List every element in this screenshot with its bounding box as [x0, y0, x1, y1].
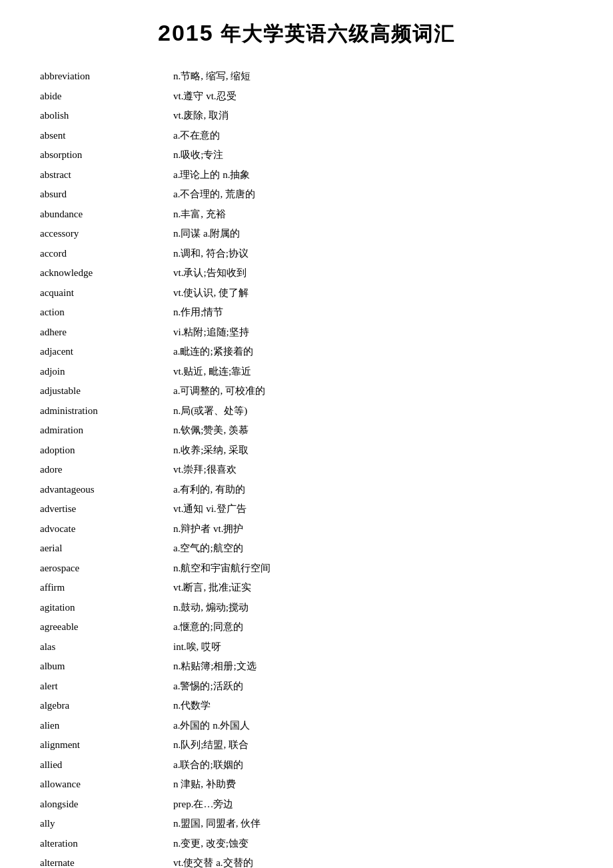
word-row: administrationn.局(或署、处等)	[40, 401, 573, 421]
word-chinese: n.变更, 改变;蚀变	[173, 835, 573, 853]
word-chinese: vi.粘附;追随;坚持	[173, 324, 573, 341]
word-row: agreeablea.惬意的;同意的	[40, 617, 573, 637]
word-english: alignment	[40, 737, 173, 754]
word-chinese: n.调和, 符合;协议	[173, 245, 573, 263]
word-row: allowancen 津贴, 补助费	[40, 775, 573, 795]
word-row: accessoryn.同谋 a.附属的	[40, 224, 573, 244]
word-row: adjacenta.毗连的;紧接着的	[40, 342, 573, 362]
word-row: absorptionn.吸收;专注	[40, 145, 573, 165]
word-english: acquaint	[40, 285, 173, 302]
word-chinese: a.不合理的, 荒唐的	[173, 186, 573, 203]
word-chinese: vt.贴近, 毗连;靠近	[173, 363, 573, 381]
word-row: adjoinvt.贴近, 毗连;靠近	[40, 362, 573, 382]
word-chinese: n.节略, 缩写, 缩短	[173, 68, 573, 85]
word-row: alternatevt.使交替 a.交替的	[40, 853, 573, 868]
word-chinese: int.唉, 哎呀	[173, 639, 573, 656]
word-chinese: a.有利的, 有助的	[173, 481, 573, 499]
word-chinese: n.丰富, 充裕	[173, 206, 573, 223]
word-row: acknowledgevt.承认;告知收到	[40, 263, 573, 283]
word-english: aerospace	[40, 560, 173, 577]
word-english: abstract	[40, 167, 173, 184]
word-english: alongside	[40, 796, 173, 813]
word-chinese: vt.通知 vi.登广告	[173, 501, 573, 518]
word-chinese: vt.使认识, 使了解	[173, 285, 573, 302]
word-row: alterationn.变更, 改变;蚀变	[40, 834, 573, 854]
word-english: abbreviation	[40, 68, 173, 85]
word-row: affirmvt.断言, 批准;证实	[40, 578, 573, 598]
word-english: adjustable	[40, 383, 173, 400]
word-chinese: n.盟国, 同盟者, 伙伴	[173, 815, 573, 833]
word-row: admirationn.钦佩;赞美, 羡慕	[40, 421, 573, 441]
word-chinese: vt.承认;告知收到	[173, 265, 573, 282]
title-text: 年大学英语六级高频词汇	[214, 23, 455, 45]
word-english: ally	[40, 815, 173, 833]
word-english: advantageous	[40, 481, 173, 499]
title-year: 2015	[158, 20, 214, 45]
word-chinese: n.辩护者 vt.拥护	[173, 521, 573, 538]
word-english: alien	[40, 717, 173, 735]
word-row: abundancen.丰富, 充裕	[40, 205, 573, 225]
word-row: alasint.唉, 哎呀	[40, 637, 573, 657]
word-english: adoption	[40, 442, 173, 459]
word-english: adjacent	[40, 343, 173, 361]
word-row: aeriala.空气的;航空的	[40, 539, 573, 559]
word-english: advertise	[40, 501, 173, 518]
word-english: album	[40, 658, 173, 675]
word-row: acquaintvt.使认识, 使了解	[40, 283, 573, 303]
word-chinese: a.空气的;航空的	[173, 540, 573, 557]
word-chinese: n.鼓动, 煽动;搅动	[173, 599, 573, 617]
word-chinese: n.局(或署、处等)	[173, 403, 573, 420]
word-row: absenta.不在意的	[40, 126, 573, 146]
word-english: algebra	[40, 697, 173, 715]
word-english: absorption	[40, 147, 173, 164]
word-row: aliena.外国的 n.外国人	[40, 716, 573, 736]
word-english: aerial	[40, 540, 173, 557]
word-list: abbreviationn.节略, 缩写, 缩短abidevt.遵守 vt.忍受…	[40, 67, 573, 868]
word-english: accord	[40, 245, 173, 263]
word-english: agitation	[40, 599, 173, 617]
word-english: acknowledge	[40, 265, 173, 282]
word-chinese: n.吸收;专注	[173, 147, 573, 164]
word-chinese: vt.使交替 a.交替的	[173, 855, 573, 868]
page-title: 2015 年大学英语六级高频词汇	[40, 20, 573, 48]
word-chinese: a.毗连的;紧接着的	[173, 343, 573, 361]
word-english: absurd	[40, 186, 173, 203]
word-row: alongsideprep.在…旁边	[40, 795, 573, 815]
word-chinese: a.惬意的;同意的	[173, 619, 573, 636]
word-english: alteration	[40, 835, 173, 853]
word-row: accordn.调和, 符合;协议	[40, 244, 573, 264]
word-row: albumn.粘贴簿;相册;文选	[40, 657, 573, 677]
word-row: absurda.不合理的, 荒唐的	[40, 185, 573, 205]
word-chinese: vt.断言, 批准;证实	[173, 579, 573, 597]
word-row: abidevt.遵守 vt.忍受	[40, 87, 573, 107]
word-english: advocate	[40, 521, 173, 538]
word-english: alert	[40, 678, 173, 695]
word-english: agreeable	[40, 619, 173, 636]
word-row: aerospacen.航空和宇宙航行空间	[40, 559, 573, 579]
word-chinese: vt.崇拜;很喜欢	[173, 461, 573, 479]
word-chinese: a.不在意的	[173, 127, 573, 145]
word-english: abundance	[40, 206, 173, 223]
word-chinese: a.理论上的 n.抽象	[173, 167, 573, 184]
word-chinese: a.可调整的, 可校准的	[173, 383, 573, 400]
word-chinese: a.警惕的;活跃的	[173, 678, 573, 695]
word-chinese: vt.遵守 vt.忍受	[173, 88, 573, 105]
word-row: advertisevt.通知 vi.登广告	[40, 499, 573, 519]
word-row: agitationn.鼓动, 煽动;搅动	[40, 598, 573, 618]
word-row: allieda.联合的;联姻的	[40, 755, 573, 775]
word-row: abolishvt.废除, 取消	[40, 106, 573, 126]
word-chinese: vt.废除, 取消	[173, 107, 573, 125]
word-english: allied	[40, 757, 173, 774]
word-row: advocaten.辩护者 vt.拥护	[40, 519, 573, 539]
word-row: adherevi.粘附;追随;坚持	[40, 323, 573, 343]
word-english: absent	[40, 127, 173, 145]
word-row: abstracta.理论上的 n.抽象	[40, 165, 573, 185]
word-english: alas	[40, 639, 173, 656]
word-english: accessory	[40, 225, 173, 243]
word-chinese: prep.在…旁边	[173, 796, 573, 813]
word-chinese: n.队列;结盟, 联合	[173, 737, 573, 754]
word-chinese: n.粘贴簿;相册;文选	[173, 658, 573, 675]
word-english: allowance	[40, 776, 173, 793]
word-row: actionn.作用;情节	[40, 303, 573, 323]
word-chinese: n.钦佩;赞美, 羡慕	[173, 422, 573, 439]
